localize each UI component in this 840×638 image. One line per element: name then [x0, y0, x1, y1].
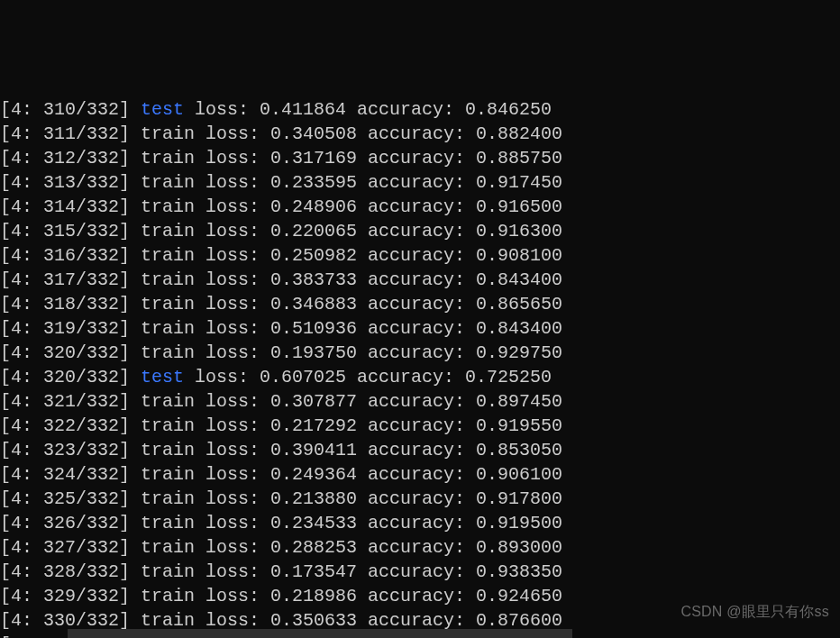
accuracy-value: 0.924650: [476, 586, 562, 606]
mode-train: train: [141, 123, 195, 144]
log-prefix: [4: 314/332]: [0, 196, 141, 217]
accuracy-label: accuracy:: [357, 586, 476, 606]
loss-value: 0.213880: [270, 488, 357, 509]
loss-value: 0.250982: [270, 245, 357, 266]
accuracy-label: accuracy:: [357, 342, 476, 363]
accuracy-label: accuracy:: [357, 391, 476, 412]
loss-value: 0.510936: [270, 318, 357, 339]
mode-train: train: [141, 148, 195, 169]
mode-train: train: [141, 561, 195, 582]
loss-value: 0.307877: [270, 391, 357, 412]
log-line: [4: 319/332] train loss: 0.510936 accura…: [0, 316, 840, 341]
log-prefix: [4: 328/332]: [0, 561, 141, 582]
mode-train: train: [141, 440, 195, 460]
loss-label: loss:: [195, 269, 270, 290]
accuracy-label: accuracy:: [357, 123, 476, 144]
mode-test: test: [141, 99, 184, 120]
accuracy-label: accuracy:: [357, 561, 476, 582]
loss-label: loss:: [195, 586, 270, 606]
loss-label: loss:: [195, 196, 270, 217]
log-line: [4: 326/332] train loss: 0.234533 accura…: [0, 511, 840, 535]
log-line: [4: 327/332] train loss: 0.288253 accura…: [0, 535, 840, 560]
log-line: [4: 328/332] train loss: 0.173547 accura…: [0, 560, 840, 584]
log-line: [4: 323/332] train loss: 0.390411 accura…: [0, 438, 840, 462]
loss-label: loss:: [195, 342, 270, 363]
accuracy-label: accuracy:: [357, 148, 476, 169]
accuracy-label: accuracy:: [357, 415, 476, 436]
loss-value: 0.607025: [260, 367, 346, 387]
accuracy-label: accuracy:: [357, 440, 476, 460]
loss-label: loss:: [195, 464, 270, 485]
accuracy-value: 0.929750: [476, 342, 562, 363]
loss-label: loss:: [195, 245, 270, 266]
log-prefix: [4: 316/332]: [0, 245, 141, 266]
accuracy-label: accuracy:: [357, 513, 476, 533]
loss-label: loss:: [184, 367, 260, 387]
log-prefix: [4: 315/332]: [0, 221, 141, 242]
accuracy-value: 0.906100: [476, 464, 562, 485]
accuracy-label: accuracy:: [357, 610, 476, 631]
log-line: [4: 315/332] train loss: 0.220065 accura…: [0, 219, 840, 243]
log-prefix: [4: 324/332]: [0, 464, 141, 485]
loss-value: 0.340508: [270, 123, 357, 144]
log-prefix: [4: 310/332]: [0, 99, 141, 120]
accuracy-label: accuracy:: [357, 294, 476, 314]
log-prefix: [4: 320/332]: [0, 342, 141, 363]
accuracy-label: accuracy:: [357, 318, 476, 339]
accuracy-value: 0.908100: [476, 245, 562, 266]
loss-value: 0.390411: [270, 440, 357, 460]
mode-train: train: [141, 294, 195, 314]
accuracy-value: 0.916300: [476, 221, 562, 242]
log-prefix: [4: 323/332]: [0, 440, 141, 460]
terminal-output[interactable]: [4: 310/332] test loss: 0.411864 accurac…: [0, 97, 840, 638]
log-prefix: [4: 330/332]: [0, 610, 141, 631]
accuracy-value: 0.919550: [476, 415, 562, 436]
accuracy-value: 0.725250: [465, 367, 552, 387]
accuracy-label: accuracy:: [346, 367, 465, 387]
log-line: [4: 317/332] train loss: 0.383733 accura…: [0, 268, 840, 292]
loss-label: loss:: [195, 488, 270, 509]
loss-label: loss:: [195, 513, 270, 533]
mode-train: train: [141, 172, 195, 193]
mode-train: train: [141, 245, 195, 266]
accuracy-value: 0.853050: [476, 440, 562, 460]
loss-value: 0.173547: [270, 561, 357, 582]
log-line: [4: 320/332] train loss: 0.193750 accura…: [0, 341, 840, 365]
loss-label: loss:: [195, 610, 270, 631]
accuracy-label: accuracy:: [357, 537, 476, 558]
accuracy-label: accuracy:: [357, 269, 476, 290]
loss-value: 0.249364: [270, 464, 357, 485]
loss-value: 0.411864: [260, 99, 346, 120]
log-line: [4: 320/332] test loss: 0.607025 accurac…: [0, 365, 840, 389]
loss-value: 0.218986: [270, 586, 357, 606]
loss-label: loss:: [195, 172, 270, 193]
log-line: [4: 325/332] train loss: 0.213880 accura…: [0, 487, 840, 511]
accuracy-value: 0.846250: [465, 99, 552, 120]
accuracy-label: accuracy:: [357, 488, 476, 509]
accuracy-value: 0.893000: [476, 537, 562, 558]
log-prefix: [4: 318/332]: [0, 294, 141, 314]
accuracy-label: accuracy:: [346, 99, 465, 120]
mode-train: train: [141, 342, 195, 363]
log-prefix: [4: 313/332]: [0, 172, 141, 193]
loss-label: loss:: [195, 391, 270, 412]
loss-value: 0.217292: [270, 415, 357, 436]
mode-train: train: [141, 464, 195, 485]
accuracy-value: 0.843400: [476, 269, 562, 290]
log-line: [4: 318/332] train loss: 0.346883 accura…: [0, 292, 840, 316]
accuracy-value: 0.885750: [476, 148, 562, 169]
mode-train: train: [141, 513, 195, 533]
log-prefix: [4: 321/332]: [0, 391, 141, 412]
loss-label: loss:: [195, 294, 270, 314]
log-line: [4: 322/332] train loss: 0.217292 accura…: [0, 414, 840, 438]
loss-value: 0.248906: [270, 196, 357, 217]
accuracy-value: 0.917450: [476, 172, 562, 193]
log-line: [4: 321/332] train loss: 0.307877 accura…: [0, 389, 840, 414]
accuracy-value: 0.917800: [476, 488, 562, 509]
loss-label: loss:: [195, 318, 270, 339]
mode-train: train: [141, 415, 195, 436]
mode-train: train: [141, 318, 195, 339]
accuracy-value: 0.916500: [476, 196, 562, 217]
log-prefix: [4: 317/332]: [0, 269, 141, 290]
accuracy-value: 0.882400: [476, 123, 562, 144]
